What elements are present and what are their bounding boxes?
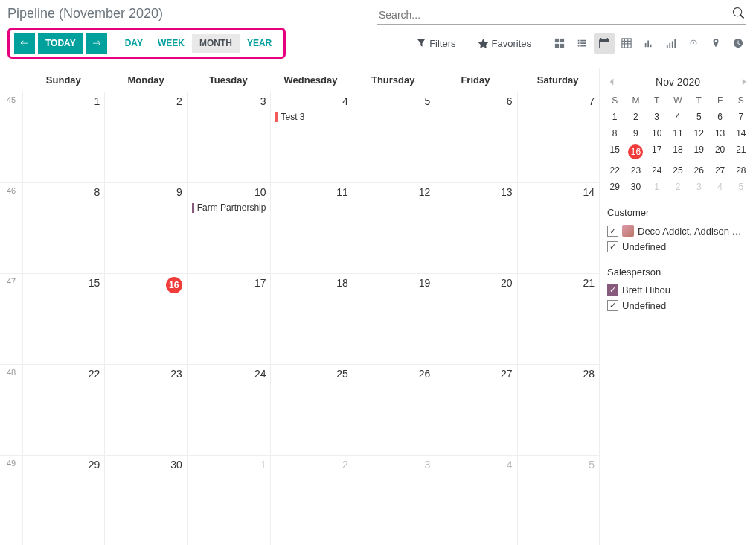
day-cell[interactable]: 11 xyxy=(270,183,352,274)
mini-day[interactable]: 5 xyxy=(688,109,709,125)
day-cell[interactable]: 9 xyxy=(104,183,186,274)
day-cell[interactable]: 25 xyxy=(270,365,352,456)
search-icon[interactable] xyxy=(733,7,744,19)
mini-day[interactable]: 2 xyxy=(667,179,688,195)
view-month[interactable]: MONTH xyxy=(192,34,240,53)
mini-day[interactable]: 11 xyxy=(667,125,688,141)
day-cell[interactable]: 5 xyxy=(353,92,435,183)
mini-day[interactable]: 8 xyxy=(604,125,625,141)
day-cell[interactable]: 7 xyxy=(517,92,599,183)
mini-day[interactable]: 25 xyxy=(667,162,688,179)
mini-day[interactable]: 9 xyxy=(625,125,646,141)
mini-day[interactable]: 10 xyxy=(647,125,667,141)
next-button[interactable] xyxy=(86,33,107,54)
day-cell[interactable]: 24 xyxy=(187,365,271,456)
mini-day[interactable]: 24 xyxy=(647,162,667,179)
salesperson-filter-item[interactable]: ✓Brett Hibou xyxy=(607,282,749,298)
mini-day[interactable]: 7 xyxy=(731,109,752,125)
list-view-icon[interactable] xyxy=(571,33,592,54)
day-cell[interactable]: 10Farm Partnership xyxy=(187,183,271,274)
customer-filter-item[interactable]: ✓Undefined xyxy=(607,239,749,255)
mini-day[interactable]: 3 xyxy=(647,109,667,125)
day-cell[interactable]: 6 xyxy=(435,92,516,183)
calendar-view-icon[interactable] xyxy=(594,33,615,54)
view-week[interactable]: WEEK xyxy=(150,34,192,53)
mini-dow: M xyxy=(625,92,646,109)
favorites-button[interactable]: Favorites xyxy=(474,37,536,50)
day-cell[interactable]: 19 xyxy=(353,274,435,365)
day-cell[interactable]: 28 xyxy=(517,365,599,456)
day-cell[interactable]: 23 xyxy=(104,365,186,456)
mini-day[interactable]: 5 xyxy=(731,179,752,195)
day-cell[interactable]: 12 xyxy=(353,183,435,274)
calendar-event[interactable]: Farm Partnership xyxy=(192,203,266,213)
mini-day[interactable]: 15 xyxy=(604,141,625,162)
mini-day[interactable]: 28 xyxy=(731,162,752,179)
mini-day[interactable]: 30 xyxy=(625,179,646,195)
mini-day[interactable]: 1 xyxy=(604,109,625,125)
day-cell[interactable]: 1 xyxy=(187,456,271,545)
mini-day[interactable]: 19 xyxy=(688,141,709,162)
day-cell[interactable]: 5 xyxy=(517,456,599,545)
mini-day[interactable]: 12 xyxy=(688,125,709,141)
day-cell[interactable]: 2 xyxy=(104,92,186,183)
day-cell[interactable]: 26 xyxy=(353,365,435,456)
mini-day[interactable]: 6 xyxy=(709,109,730,125)
day-cell[interactable]: 21 xyxy=(517,274,599,365)
day-cell[interactable]: 8 xyxy=(22,183,104,274)
day-cell[interactable]: 2 xyxy=(270,456,352,545)
mini-day[interactable]: 4 xyxy=(709,179,730,195)
day-cell[interactable]: 14 xyxy=(517,183,599,274)
mini-day[interactable]: 29 xyxy=(604,179,625,195)
day-cell[interactable]: 1 xyxy=(22,92,104,183)
customer-filter-item[interactable]: ✓Deco Addict, Addison Ol… xyxy=(607,223,749,239)
day-cell[interactable]: 18 xyxy=(270,274,352,365)
mini-day[interactable]: 22 xyxy=(604,162,625,179)
view-day[interactable]: DAY xyxy=(118,34,150,53)
mini-day[interactable]: 18 xyxy=(667,141,688,162)
calendar-event[interactable]: Test 3 xyxy=(275,112,347,122)
day-cell[interactable]: 15 xyxy=(22,274,104,365)
mini-day[interactable]: 17 xyxy=(647,141,667,162)
mini-day[interactable]: 13 xyxy=(709,125,730,141)
day-cell[interactable]: 16 xyxy=(104,274,186,365)
day-cell[interactable]: 4 xyxy=(435,456,516,545)
graph-view-icon[interactable] xyxy=(638,33,659,54)
dashboard-view-icon[interactable] xyxy=(683,33,704,54)
day-cell[interactable]: 3 xyxy=(353,456,435,545)
mini-day[interactable]: 20 xyxy=(709,141,730,162)
day-cell[interactable]: 17 xyxy=(187,274,271,365)
mini-next-icon[interactable] xyxy=(740,77,749,86)
mini-day[interactable]: 14 xyxy=(731,125,752,141)
day-cell[interactable]: 29 xyxy=(22,456,104,545)
week-number: 49 xyxy=(0,456,22,545)
mini-day[interactable]: 2 xyxy=(625,109,646,125)
mini-day[interactable]: 16 xyxy=(625,141,646,162)
day-cell[interactable]: 22 xyxy=(22,365,104,456)
map-view-icon[interactable] xyxy=(705,33,726,54)
pivot-view-icon[interactable] xyxy=(616,33,637,54)
day-cell[interactable]: 3 xyxy=(187,92,271,183)
mini-prev-icon[interactable] xyxy=(607,77,616,86)
day-cell[interactable]: 13 xyxy=(435,183,516,274)
mini-day[interactable]: 3 xyxy=(688,179,709,195)
filters-button[interactable]: Filters xyxy=(412,37,460,50)
day-cell[interactable]: 4Test 3 xyxy=(270,92,352,183)
mini-day[interactable]: 1 xyxy=(647,179,667,195)
view-year[interactable]: YEAR xyxy=(240,34,279,53)
mini-day[interactable]: 26 xyxy=(688,162,709,179)
cohort-view-icon[interactable] xyxy=(661,33,682,54)
mini-day[interactable]: 27 xyxy=(709,162,730,179)
mini-day[interactable]: 23 xyxy=(625,162,646,179)
kanban-view-icon[interactable] xyxy=(549,33,570,54)
search-input[interactable] xyxy=(377,6,746,25)
today-button[interactable]: TODAY xyxy=(38,33,83,54)
salesperson-filter-item[interactable]: ✓Undefined xyxy=(607,298,749,313)
mini-day[interactable]: 21 xyxy=(731,141,752,162)
prev-button[interactable] xyxy=(14,33,35,54)
mini-day[interactable]: 4 xyxy=(667,109,688,125)
day-cell[interactable]: 27 xyxy=(435,365,516,456)
activity-view-icon[interactable] xyxy=(728,33,749,54)
day-cell[interactable]: 20 xyxy=(435,274,516,365)
day-cell[interactable]: 30 xyxy=(104,456,186,545)
